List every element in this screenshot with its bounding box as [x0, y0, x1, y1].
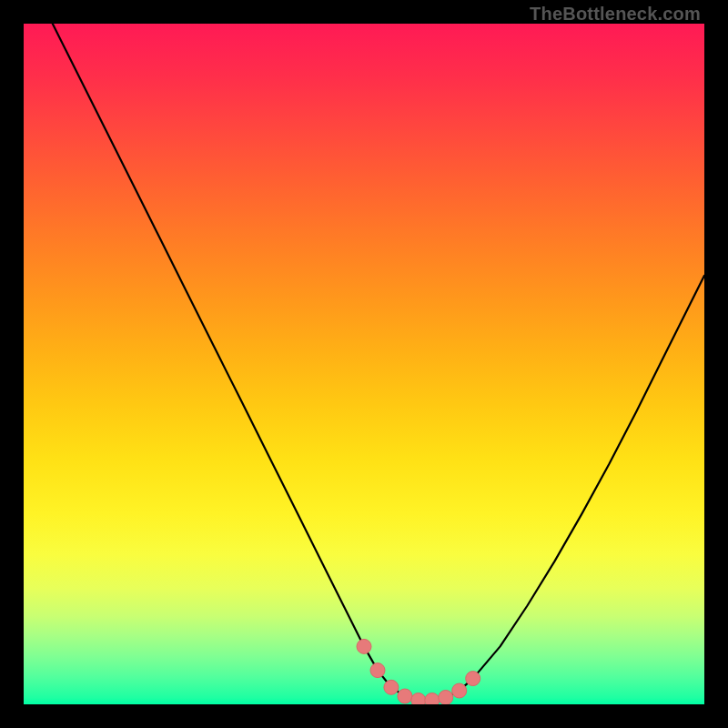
valley-marker: [439, 691, 453, 705]
valley-marker: [357, 639, 371, 653]
plot-area: [24, 24, 704, 704]
curve-layer: [24, 24, 704, 704]
valley-marker: [384, 680, 399, 694]
valley-marker: [452, 683, 467, 698]
valley-marker: [370, 663, 385, 678]
valley-markers: [357, 639, 480, 704]
valley-marker: [425, 693, 440, 705]
valley-marker: [466, 672, 480, 686]
bottleneck-curve: [24, 24, 704, 700]
valley-marker: [411, 693, 426, 705]
chart-frame: TheBottleneck.com: [0, 0, 728, 728]
watermark-text: TheBottleneck.com: [530, 4, 701, 25]
valley-marker: [398, 689, 412, 703]
